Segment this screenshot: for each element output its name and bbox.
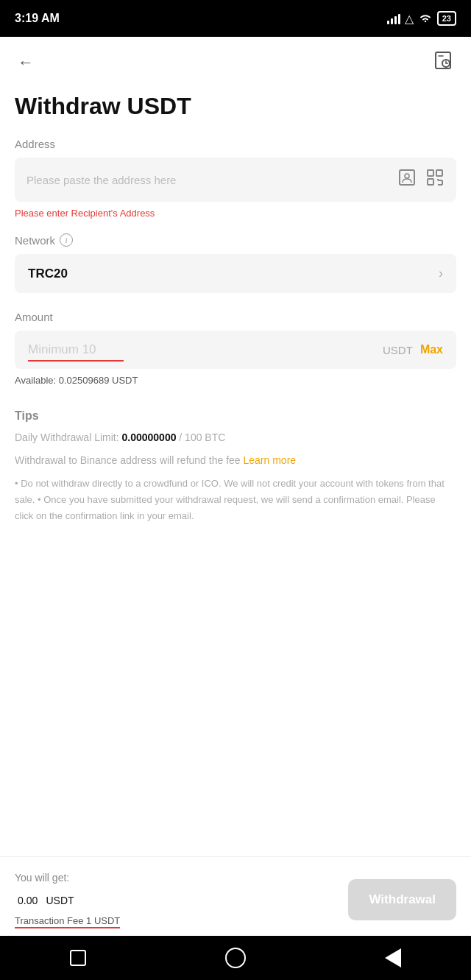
- amount-underline: [28, 360, 124, 362]
- network-label: Network i: [15, 233, 456, 247]
- you-get-label: You will get:: [15, 872, 348, 884]
- amount-right: USDT Max: [383, 343, 443, 356]
- address-placeholder: Please paste the address here: [26, 174, 397, 186]
- max-button[interactable]: Max: [420, 343, 443, 356]
- network-selector[interactable]: TRC20 ›: [15, 254, 456, 293]
- amount-unit: USDT: [383, 344, 413, 356]
- history-icon: [433, 50, 453, 71]
- amount-label: Amount: [15, 311, 456, 323]
- status-icons: △ 23: [387, 11, 456, 26]
- amount-input-area: Minimum 10: [28, 342, 383, 357]
- wifi-icon: △: [405, 12, 414, 26]
- chevron-right-icon: ›: [439, 266, 443, 281]
- nav-home-button[interactable]: [225, 948, 246, 968]
- bottom-nav: [0, 936, 471, 980]
- status-bar: 3:19 AM △ 23: [0, 0, 471, 37]
- page-title: Withdraw USDT: [0, 88, 471, 138]
- available-balance: Available: 0.02509689 USDT: [15, 372, 456, 389]
- you-get-block: You will get: 0.00 USDT Transaction Fee …: [15, 872, 348, 927]
- wifi-icon-svg: [418, 13, 433, 24]
- battery-icon: 23: [437, 11, 456, 26]
- transaction-fee: Transaction Fee 1 USDT: [15, 915, 120, 926]
- top-nav: ←: [0, 37, 471, 88]
- address-label: Address: [15, 138, 456, 150]
- network-value: TRC20: [28, 267, 68, 281]
- qr-scan-icon[interactable]: [425, 168, 445, 191]
- address-icon-group: [397, 168, 445, 191]
- address-error: Please enter Recipient's Address: [15, 208, 456, 219]
- back-button[interactable]: ←: [15, 50, 37, 75]
- nav-recent-apps-button[interactable]: [70, 950, 86, 966]
- bottom-section: You will get: 0.00 USDT Transaction Fee …: [0, 856, 471, 936]
- signal-icon: [387, 13, 400, 24]
- tips-title: Tips: [15, 409, 456, 423]
- nav-back-button[interactable]: [385, 948, 401, 967]
- tips-body: • Do not withdraw directly to a crowdfun…: [15, 476, 456, 524]
- svg-rect-5: [400, 170, 414, 185]
- daily-limit-row: Daily Withdrawal Limit: 0.00000000 / 100…: [15, 430, 456, 445]
- withdraw-button[interactable]: Withdrawal: [348, 879, 456, 920]
- binance-fee-row: Withdrawal to Binance address will refun…: [15, 453, 456, 468]
- network-info-icon[interactable]: i: [60, 233, 73, 247]
- fee-underline: [15, 927, 120, 928]
- amount-placeholder: Minimum 10: [28, 342, 96, 356]
- svg-point-6: [405, 174, 409, 178]
- svg-rect-8: [436, 170, 442, 176]
- svg-rect-9: [428, 179, 433, 185]
- contact-icon[interactable]: [397, 168, 417, 191]
- learn-more-link[interactable]: Learn more: [244, 454, 297, 466]
- history-button[interactable]: [430, 47, 456, 78]
- amount-input-wrapper[interactable]: Minimum 10 USDT Max: [15, 331, 456, 369]
- main-content: Address Please paste the address here: [0, 138, 471, 856]
- address-input-wrapper[interactable]: Please paste the address here: [15, 158, 456, 202]
- svg-rect-7: [428, 170, 433, 176]
- status-time: 3:19 AM: [15, 12, 60, 25]
- you-get-amount: 0.00 USDT: [15, 886, 348, 909]
